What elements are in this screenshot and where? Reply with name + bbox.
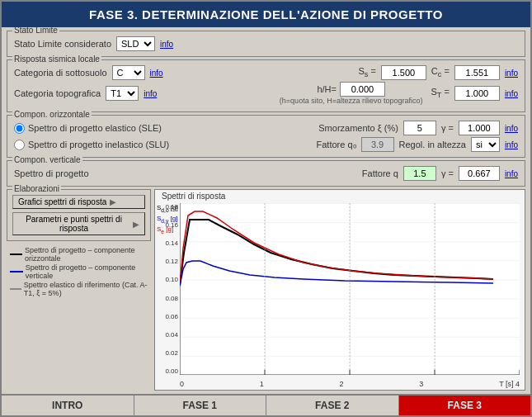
elaborazioni-section: Elaborazioni Grafici spettri di risposta… [7,189,151,241]
parametri-arrow: ▶ [133,220,139,229]
sd-label-2: Se [g] [157,225,178,235]
cc-label: Cc = [431,66,450,78]
stato-limite-info[interactable]: info [160,40,173,49]
sd-label-0: Sd,o [g] [157,203,178,214]
compon-verticale-label: Compon. verticale [12,155,82,164]
tab-intro[interactable]: INTRO [2,396,134,415]
tab-bar: INTRO FASE 1 FASE 2 FASE 3 [2,394,530,415]
ss-input[interactable]: 1.500 [381,65,426,80]
sottosuolo-select[interactable]: CABDE [112,65,145,80]
grafici-btn-label: Grafici spettri di risposta [18,197,106,206]
chart-svg [180,203,520,375]
legend-blue: Spettro di progetto – componente vertica… [10,263,148,280]
fattore-qv-label: Fattore q [362,168,398,178]
legend-gray: Spettro elastico di riferimento (Cat. A-… [10,281,148,297]
sottosuolo-row: Categoria di sottosuolo CABDE info Ss = … [14,65,518,80]
inelastic-radio-row: Spettro di progetto inelastico (SLU) [14,140,169,150]
fattore-q-label: Fattore q₀ [317,140,356,150]
cc-input[interactable]: 1.551 [454,65,500,80]
st-label: ST = [431,87,449,99]
smorzamento-label: Smorzamento ξ (%) [318,123,398,133]
elaborazioni-label: Elaborazioni [12,184,61,193]
sd-labels: Sd,o [g] Sd,v [g] Se [g] [157,203,178,235]
legend-black-line [10,254,22,255]
vert-info[interactable]: info [505,169,518,178]
grafici-arrow: ▶ [110,197,116,206]
inelastic-label: Spettro di progetto inelastico (SLU) [28,140,169,149]
sottosuolo-info[interactable]: info [150,69,163,78]
topografica-select[interactable]: T1T2T3T4 [106,86,139,101]
risposta-sismica-section: Risposta sismica locale Categoria di sot… [7,59,525,112]
page-title: FASE 3. DETERMINAZIONE DELL'AZIONE DI PR… [2,2,530,27]
orz-info[interactable]: info [505,124,518,133]
elastic-radio-row: Spettro di progetto elastico (SLE) [14,123,162,134]
gamma-vert-label: γ = [441,168,454,178]
parametri-btn-label: Parametri e punti spettri di risposta [18,215,129,233]
tab-fase2[interactable]: FASE 2 [266,396,399,415]
topografica-row: Categoria topografica T1T2T3T4 info h/H=… [14,82,518,105]
stato-limite-row: Stato Limite considerato SLDSLVSLCSLO in… [14,36,518,51]
x-axis-labels: 0 1 2 3 T [s] 4 [180,380,520,388]
content-area: Stato Limite Stato Limite considerato SL… [2,27,530,394]
legend-blue-line [10,271,23,272]
chart-area: Spettri di risposta 0.18 0.16 0.14 0.12 … [154,189,525,391]
tab-fase1[interactable]: FASE 1 [134,396,267,415]
fattore-qv-input[interactable]: 1.5 [403,166,436,181]
topografica-info[interactable]: info [144,89,157,98]
hH-input[interactable]: 0.000 [340,82,385,97]
elaborazioni-container: Elaborazioni Grafici spettri di risposta… [7,189,151,391]
risposta-sismica-label: Risposta sismica locale [12,54,101,64]
regol-label: Regol. in altezza [399,140,466,149]
legend-blue-label: Spettro di progetto – componente vertica… [26,263,148,280]
stato-limite-select[interactable]: SLDSLVSLCSLO [116,36,155,51]
compon-orizzontale-label: Compon. orizzontale [12,110,92,119]
regol-info[interactable]: info [505,140,518,149]
compon-orizzontale-section: Compon. orizzontale Spettro di progetto … [7,115,525,158]
legend-area: Spettro di progetto – componente orizzon… [7,244,151,300]
fattore-q-input[interactable]: 3.9 [361,137,394,152]
bottom-section: Elaborazioni Grafici spettri di risposta… [7,189,525,391]
gamma-orz-input[interactable]: 1.000 [459,121,500,135]
chart-title: Spettri di risposta [162,192,225,201]
smorzamento-input[interactable]: 5 [403,121,436,135]
compon-verticale-section: Compon. verticale Spettro di progetto Fa… [7,160,525,187]
stato-considerato-label: Stato Limite considerato [14,39,111,49]
st-info[interactable]: info [505,89,518,98]
sd-label-1: Sd,v [g] [157,214,178,225]
main-container: FASE 3. DETERMINAZIONE DELL'AZIONE DI PR… [0,0,532,417]
tab-fase3[interactable]: FASE 3 [399,396,531,415]
st-input[interactable]: 1.000 [454,86,500,101]
ss-label: Ss = [358,66,375,78]
verticale-row: Spettro di progetto Fattore q 1.5 γ = 0.… [14,166,518,181]
spettro-vert-label: Spettro di progetto [14,168,89,178]
elastic-label: Spettro di progetto elastico (SLE) [28,123,162,133]
inelastic-radio[interactable] [14,140,25,150]
gamma-orz-label: γ = [441,123,454,133]
elastic-row: Spettro di progetto elastico (SLE) Smorz… [14,121,518,135]
hH-note: (h=quota sito, H=altezza rilievo topogra… [280,97,423,105]
cc-info[interactable]: info [505,69,518,78]
grafici-btn[interactable]: Grafici spettri di risposta ▶ [12,195,145,209]
legend-black-label: Spettro di progetto – componente orizzon… [25,246,148,263]
legend-gray-label: Spettro elastico di riferimento (Cat. A-… [24,281,148,297]
parametri-btn[interactable]: Parametri e punti spettri di risposta ▶ [12,212,145,235]
x-axis-unit: T [s] 4 [499,380,520,388]
stato-limite-label: Stato Limite [12,27,59,35]
inelastic-row: Spettro di progetto inelastico (SLU) Fat… [14,137,518,152]
gamma-vert-input[interactable]: 0.667 [459,166,500,181]
regol-select[interactable]: sino [471,137,500,152]
stato-limite-section: Stato Limite Stato Limite considerato SL… [7,31,525,57]
hH-label: h/H= [317,84,337,94]
sottosuolo-label: Categoria di sottosuolo [14,68,107,78]
legend-gray-line [10,288,21,290]
topografica-label: Categoria topografica [14,88,101,98]
legend-black: Spettro di progetto – componente orizzon… [10,246,148,263]
elastic-radio[interactable] [14,123,25,134]
